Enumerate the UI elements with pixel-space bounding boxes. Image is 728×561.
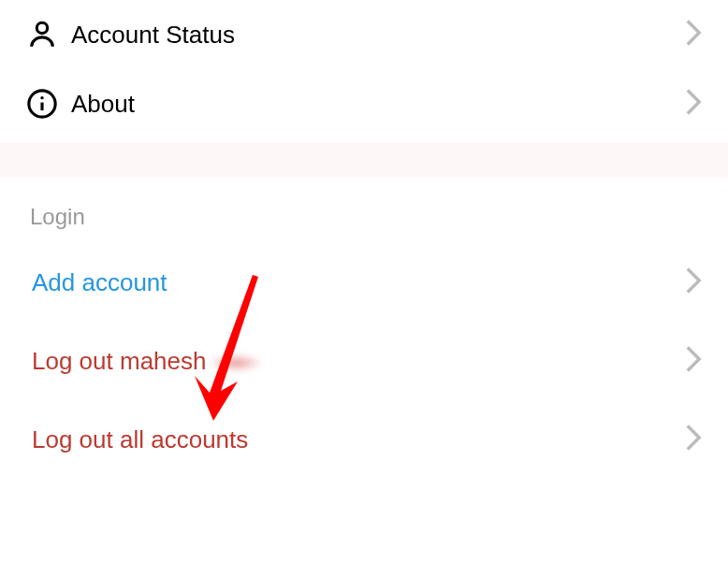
person-icon bbox=[26, 19, 71, 50]
chevron-right-icon bbox=[685, 20, 702, 50]
menu-item-label: About bbox=[71, 90, 685, 119]
login-section-header: Login bbox=[0, 178, 728, 243]
chevron-right-icon bbox=[685, 267, 702, 297]
svg-point-3 bbox=[40, 96, 43, 99]
chevron-right-icon bbox=[685, 89, 702, 119]
login-item-label: Log out mahesh bbox=[32, 347, 685, 376]
login-item-label: Add account bbox=[32, 268, 685, 297]
info-icon bbox=[26, 88, 71, 120]
chevron-right-icon bbox=[685, 424, 702, 454]
chevron-right-icon bbox=[685, 346, 702, 376]
menu-item-account-status[interactable]: Account Status bbox=[0, 0, 728, 69]
login-item-add-account[interactable]: Add account bbox=[0, 243, 728, 322]
menu-item-about[interactable]: About bbox=[0, 69, 728, 138]
login-item-label: Log out all accounts bbox=[32, 425, 685, 454]
svg-point-0 bbox=[36, 22, 47, 33]
redacted-username bbox=[208, 353, 264, 372]
section-divider bbox=[0, 142, 728, 178]
login-item-log-out-user[interactable]: Log out mahesh bbox=[0, 322, 728, 400]
menu-item-label: Account Status bbox=[71, 21, 685, 50]
login-item-log-out-all[interactable]: Log out all accounts bbox=[0, 400, 728, 479]
